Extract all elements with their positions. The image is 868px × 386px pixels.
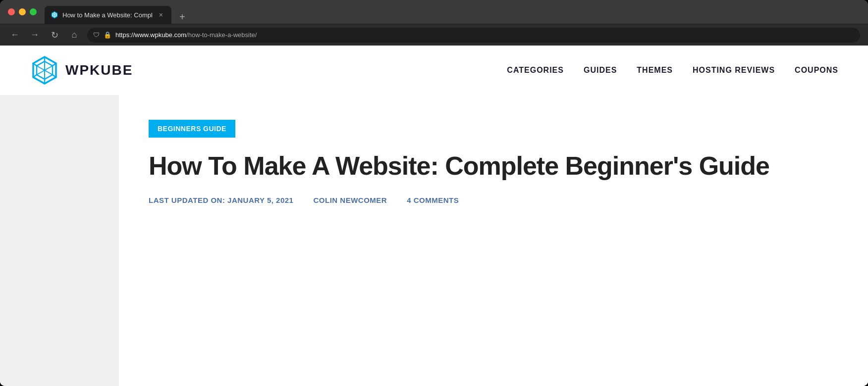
home-button[interactable]: ⌂	[67, 28, 81, 42]
new-tab-button[interactable]: +	[175, 10, 189, 24]
meta-updated: LAST UPDATED ON: JANUARY 5, 2021	[149, 196, 293, 204]
site-nav: CATEGORIES GUIDES THEMES HOSTING REVIEWS…	[507, 66, 838, 75]
lock-icon: 🔒	[104, 31, 111, 39]
site-logo[interactable]: WPKUBE	[30, 55, 133, 85]
active-tab[interactable]: How to Make a Website: Compl ×	[45, 6, 171, 24]
article-area: BEGINNERS GUIDE How To Make A Website: C…	[119, 95, 868, 386]
meta-updated-label: LAST UPDATED ON:	[149, 196, 225, 204]
maximize-button[interactable]	[30, 8, 37, 15]
website-content: WPKUBE CATEGORIES GUIDES THEMES HOSTING …	[0, 46, 868, 386]
tab-title: How to Make a Website: Compl	[62, 11, 153, 19]
logo-icon	[30, 55, 59, 85]
logo-text: WPKUBE	[65, 62, 133, 78]
tab-close-icon[interactable]: ×	[157, 10, 165, 19]
address-text: https://www.wpkube.com/how-to-make-a-web…	[115, 31, 257, 39]
article-title: How To Make A Website: Complete Beginner…	[149, 151, 838, 181]
traffic-lights	[8, 8, 37, 15]
nav-categories[interactable]: CATEGORIES	[507, 66, 564, 75]
address-bar[interactable]: 🛡 🔒 https://www.wpkube.com/how-to-make-a…	[87, 28, 860, 43]
refresh-button[interactable]: ↻	[48, 28, 61, 42]
minimize-button[interactable]	[19, 8, 26, 15]
address-domain: https://www.wpkube.com	[115, 31, 186, 39]
tab-favicon-icon	[51, 11, 58, 19]
tab-bar: How to Make a Website: Compl × +	[45, 0, 860, 24]
left-sidebar	[0, 95, 119, 386]
site-header: WPKUBE CATEGORIES GUIDES THEMES HOSTING …	[0, 46, 868, 95]
title-bar: How to Make a Website: Compl × +	[0, 0, 868, 24]
close-button[interactable]	[8, 8, 15, 15]
back-button[interactable]: ←	[8, 28, 22, 42]
meta-comments[interactable]: 4 COMMENTS	[407, 196, 459, 204]
category-badge[interactable]: BEGINNERS GUIDE	[149, 120, 235, 138]
article-meta: LAST UPDATED ON: JANUARY 5, 2021 COLIN N…	[149, 196, 838, 204]
nav-themes[interactable]: THEMES	[637, 66, 673, 75]
nav-coupons[interactable]: COUPONS	[795, 66, 838, 75]
meta-updated-date: JANUARY 5, 2021	[227, 196, 293, 204]
browser-window: How to Make a Website: Compl × + ← → ↻ ⌂…	[0, 0, 868, 386]
forward-button[interactable]: →	[28, 28, 42, 42]
meta-author[interactable]: COLIN NEWCOMER	[313, 196, 387, 204]
nav-guides[interactable]: GUIDES	[584, 66, 617, 75]
address-path: /how-to-make-a-website/	[186, 31, 257, 39]
nav-bar: ← → ↻ ⌂ 🛡 🔒 https://www.wpkube.com/how-t…	[0, 24, 868, 46]
nav-hosting-reviews[interactable]: HOSTING REVIEWS	[693, 66, 775, 75]
shield-icon: 🛡	[93, 31, 100, 39]
main-content: BEGINNERS GUIDE How To Make A Website: C…	[0, 95, 868, 386]
